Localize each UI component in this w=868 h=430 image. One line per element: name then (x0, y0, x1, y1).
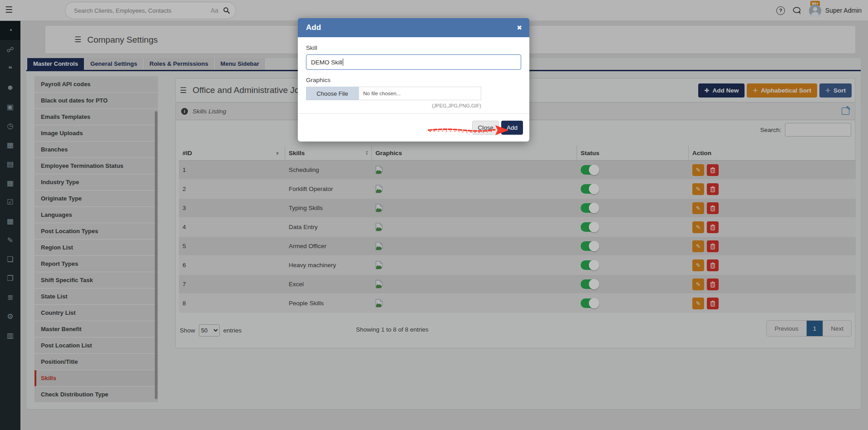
modal-add-button[interactable]: Add (501, 121, 523, 135)
modal-title: Add (306, 23, 321, 32)
skill-input[interactable]: DEMO Skill (306, 54, 521, 70)
file-name-field: No file chosen... (359, 87, 481, 100)
modal-footer: Close Add (298, 113, 529, 142)
add-skill-modal: Add ✖ Skill DEMO Skill Graphics Choose F… (298, 18, 529, 142)
skill-label: Skill (306, 44, 521, 51)
file-format-hint: (JPEG,JPG,PNG,GIF) (306, 103, 481, 108)
graphics-label: Graphics (306, 77, 521, 83)
text-caret (343, 59, 343, 66)
close-icon[interactable]: ✖ (517, 24, 522, 31)
choose-file-button[interactable]: Choose File (306, 87, 359, 100)
skill-input-value: DEMO Skill (311, 59, 342, 66)
modal-header: Add ✖ (298, 18, 529, 37)
modal-close-button[interactable]: Close (472, 121, 499, 135)
app-window: ☰ Aa ? 99+ Super Admin ◔☍❝☻▣◷▦▤▦☑▦✎❏❐≣⚙▥… (0, 0, 868, 430)
